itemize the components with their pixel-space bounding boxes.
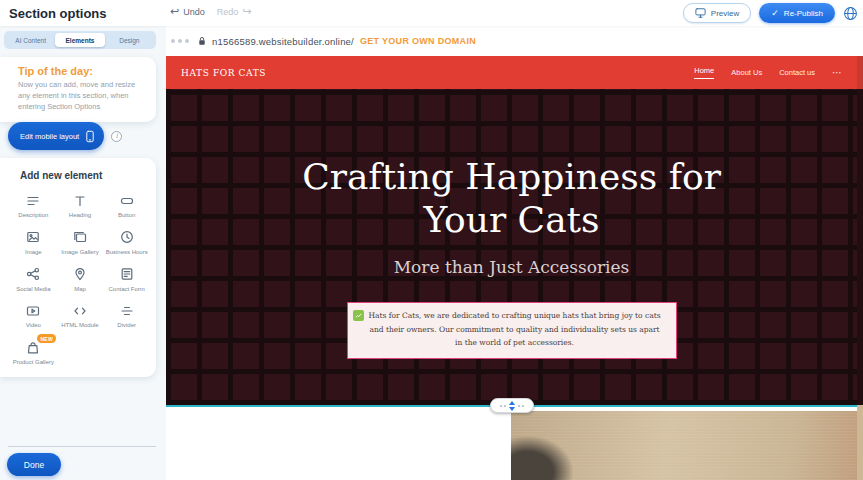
add-element-description[interactable]: Description	[10, 192, 57, 220]
tip-card: Tip of the day: Now you can add, move an…	[0, 57, 156, 122]
site-preview: Hats for Cats Home About Us Contact us ⋯…	[166, 56, 857, 480]
add-element-map[interactable]: Map	[57, 266, 104, 294]
contact-form-icon	[120, 266, 134, 283]
undo-icon: ↩	[170, 6, 179, 17]
preview-button[interactable]: Preview	[683, 3, 751, 23]
element-label: Description	[18, 212, 48, 220]
add-element-heading[interactable]: Heading	[57, 192, 104, 220]
element-label: Video	[26, 322, 41, 330]
add-element-button[interactable]: Button	[103, 192, 150, 220]
section-resize-handle[interactable]	[490, 398, 534, 413]
redo-button[interactable]: Redo ↪	[217, 6, 252, 17]
site-url[interactable]: n1566589.websitebuilder.online/	[212, 36, 354, 47]
nav-contact-us[interactable]: Contact us	[779, 68, 815, 77]
image-icon	[26, 229, 40, 246]
info-icon[interactable]: i	[111, 131, 122, 142]
lock-icon	[198, 36, 206, 46]
site-nav: Home About Us Contact us ⋯	[694, 66, 842, 79]
redo-label: Redo	[217, 7, 239, 17]
undo-button[interactable]: ↩ Undo	[170, 6, 205, 17]
edit-mobile-layout-button[interactable]: Edit mobile layout	[8, 122, 104, 150]
element-label: Image	[25, 249, 42, 257]
edit-mobile-label: Edit mobile layout	[20, 132, 79, 141]
browser-bar: n1566589.websitebuilder.online/ GET YOUR…	[166, 26, 863, 56]
hero-subheading[interactable]: More than Just Accessories	[166, 257, 857, 277]
add-element-html-module[interactable]: HTML Module	[57, 302, 104, 330]
site-logo[interactable]: Hats for Cats	[181, 68, 266, 78]
add-element-divider[interactable]: Divider	[103, 302, 150, 330]
add-element-title: Add new element	[10, 170, 150, 181]
element-label: Product Gallery	[13, 359, 54, 367]
element-label: Social Media	[16, 286, 50, 294]
drag-dots-icon	[500, 405, 506, 407]
page-title: Section options	[9, 6, 107, 21]
tip-title: Tip of the day:	[18, 65, 144, 77]
element-label: Heading	[69, 212, 91, 220]
globe-icon[interactable]	[843, 6, 858, 21]
text-lines-icon	[26, 192, 40, 209]
tip-body: Now you can add, move and resize any ele…	[18, 80, 144, 113]
nav-about-us[interactable]: About Us	[731, 68, 762, 77]
tab-elements[interactable]: Elements	[55, 33, 104, 47]
share-icon	[26, 266, 40, 283]
add-element-card: Add new element Description Heading Butt…	[0, 158, 156, 377]
heading-icon	[73, 192, 87, 209]
window-dots-icon	[171, 39, 189, 43]
video-icon	[26, 302, 40, 319]
carpet-cat-photo[interactable]	[511, 411, 857, 480]
sidebar-divider	[8, 446, 156, 447]
divider-icon	[120, 302, 134, 319]
topbar-actions: Preview ✓ Re-Publish	[683, 3, 858, 23]
republish-button[interactable]: ✓ Re-Publish	[759, 3, 835, 23]
monitor-icon	[695, 8, 706, 18]
phone-icon	[86, 130, 94, 143]
add-element-product-gallery[interactable]: NEW Product Gallery	[10, 339, 57, 367]
undo-redo-group: ↩ Undo Redo ↪	[170, 6, 251, 17]
element-label: HTML Module	[61, 322, 98, 330]
hero-body-text: Hats for Cats, we are dedicated to craft…	[368, 311, 660, 347]
clock-icon	[120, 229, 134, 246]
redo-icon: ↪	[242, 6, 251, 17]
drag-dots-icon	[518, 405, 524, 407]
element-grid: Description Heading Button Image Image G…	[10, 192, 150, 367]
done-button[interactable]: Done	[7, 453, 61, 476]
hero-section[interactable]: Crafting Happiness for Your Cats More th…	[166, 89, 857, 405]
add-element-business-hours[interactable]: Business Hours	[103, 229, 150, 257]
nav-more-icon[interactable]: ⋯	[832, 68, 842, 78]
canvas: n1566589.websitebuilder.online/ GET YOUR…	[166, 26, 863, 480]
element-label: Image Gallery	[61, 249, 98, 257]
republish-label: Re-Publish	[784, 9, 823, 18]
element-label: Business Hours	[106, 249, 148, 257]
preview-scrollbar[interactable]	[857, 56, 863, 480]
add-element-image-gallery[interactable]: Image Gallery	[57, 229, 104, 257]
resize-arrows-icon	[509, 401, 515, 411]
element-label: Divider	[117, 322, 136, 330]
element-label: Contact Form	[108, 286, 144, 294]
image-gallery-icon	[73, 229, 87, 246]
nav-home[interactable]: Home	[694, 66, 714, 79]
check-icon: ✓	[771, 9, 779, 18]
tab-design[interactable]: Design	[105, 33, 154, 47]
element-label: Button	[118, 212, 135, 220]
tab-ai-content[interactable]: AI Content	[6, 33, 55, 47]
add-element-image[interactable]: Image	[10, 229, 57, 257]
topbar: Section options ↩ Undo Redo ↪ Preview ✓ …	[0, 0, 863, 26]
next-section[interactable]	[166, 407, 857, 480]
left-panel: AI Content Elements Design Tip of the da…	[0, 26, 166, 480]
add-element-contact-form[interactable]: Contact Form	[103, 266, 150, 294]
site-header: Hats for Cats Home About Us Contact us ⋯	[166, 56, 857, 89]
cat-silhouette	[511, 436, 573, 480]
hero-text-element-selected[interactable]: Hats for Cats, we are dedicated to craft…	[347, 302, 677, 359]
get-own-domain-link[interactable]: GET YOUR OWN DOMAIN	[360, 36, 476, 46]
map-pin-icon	[73, 266, 87, 283]
code-icon	[73, 302, 87, 319]
panel-tabs: AI Content Elements Design	[4, 31, 156, 49]
add-element-social-media[interactable]: Social Media	[10, 266, 57, 294]
add-element-video[interactable]: Video	[10, 302, 57, 330]
image-placeholder-icon[interactable]	[353, 310, 364, 321]
hero-heading[interactable]: Crafting Happiness for Your Cats	[292, 155, 732, 241]
preview-label: Preview	[711, 9, 739, 18]
edit-mobile-row: Edit mobile layout i	[8, 122, 122, 150]
element-label: Map	[74, 286, 86, 294]
new-badge: NEW	[37, 334, 56, 343]
